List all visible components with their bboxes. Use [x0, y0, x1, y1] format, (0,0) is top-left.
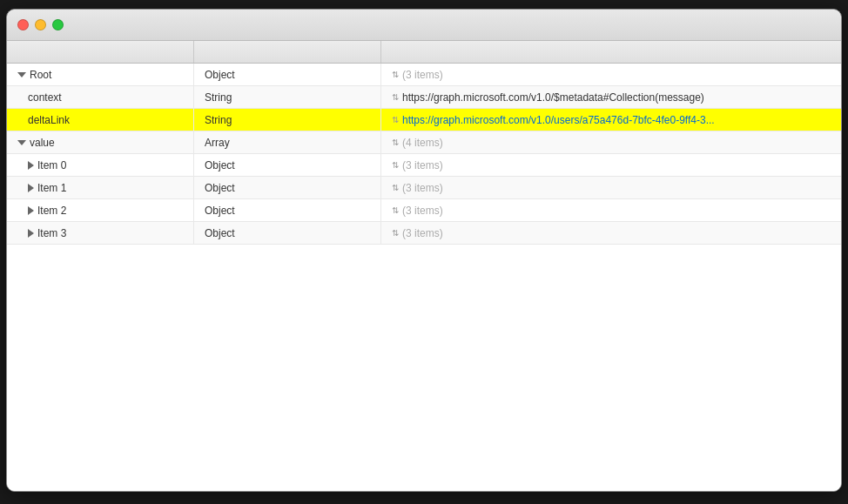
key-cell: Item 1: [7, 177, 194, 198]
value-cell: ⇅(3 items): [381, 199, 841, 221]
minimize-button[interactable]: [35, 19, 46, 30]
expand-icon[interactable]: [28, 184, 34, 192]
value-cell: ⇅(3 items): [381, 222, 841, 244]
key-cell: Root: [7, 64, 194, 85]
key-text: Item 3: [37, 227, 66, 239]
key-text: Root: [30, 69, 51, 81]
type-cell: Object: [194, 222, 381, 244]
key-cell: context: [7, 86, 194, 108]
value-text: https://graph.microsoft.com/v1.0/users/a…: [402, 114, 715, 126]
value-text: (3 items): [402, 69, 443, 81]
maximize-button[interactable]: [52, 19, 64, 30]
type-cell: Array: [194, 131, 381, 153]
table-header: [7, 41, 841, 64]
sort-icon: ⇅: [392, 160, 399, 170]
value-cell: ⇅https://graph.microsoft.com/v1.0/$metad…: [381, 86, 841, 108]
type-cell: Object: [194, 154, 381, 176]
expand-icon[interactable]: [28, 206, 34, 215]
value-text: (3 items): [402, 182, 443, 194]
table-row[interactable]: Item 0Object⇅(3 items): [7, 154, 841, 177]
sort-icon: ⇅: [392, 138, 399, 147]
traffic-lights: [17, 19, 64, 30]
header-type: [194, 41, 381, 63]
collapse-icon[interactable]: [17, 140, 26, 145]
key-text: Item 1: [37, 182, 66, 194]
type-cell: Object: [194, 199, 381, 221]
sort-icon: ⇅: [392, 115, 399, 124]
sort-icon: ⇅: [392, 205, 399, 215]
sort-icon: ⇅: [392, 228, 399, 238]
title-bar: [7, 10, 841, 41]
sort-icon: ⇅: [392, 183, 399, 192]
value-text: (3 items): [402, 227, 443, 239]
value-text: (4 items): [402, 137, 443, 149]
sort-icon: ⇅: [392, 70, 399, 79]
table-row[interactable]: valueArray⇅(4 items): [7, 131, 841, 154]
table-row[interactable]: Item 1Object⇅(3 items): [7, 177, 841, 199]
value-text: (3 items): [402, 205, 443, 217]
table-row[interactable]: Item 2Object⇅(3 items): [7, 199, 841, 222]
type-cell: String: [194, 109, 381, 131]
value-text: https://graph.microsoft.com/v1.0/$metada…: [402, 91, 704, 104]
key-text: Item 2: [37, 205, 66, 217]
sort-icon: ⇅: [392, 92, 399, 102]
key-cell: Item 3: [7, 222, 194, 244]
collapse-icon[interactable]: [17, 72, 26, 77]
expand-icon[interactable]: [28, 229, 34, 238]
value-cell: ⇅(3 items): [381, 64, 841, 85]
type-cell: Object: [194, 64, 381, 85]
key-text: context: [28, 91, 62, 104]
key-cell: Item 0: [7, 154, 194, 176]
value-cell: ⇅(4 items): [381, 131, 841, 153]
expand-icon[interactable]: [28, 161, 34, 170]
type-cell: Object: [194, 177, 381, 198]
value-cell: ⇅(3 items): [381, 154, 841, 176]
content-area: RootObject⇅(3 items)contextString⇅https:…: [7, 41, 841, 491]
header-value: [381, 41, 841, 63]
value-cell: ⇅(3 items): [381, 177, 841, 198]
value-cell: ⇅https://graph.microsoft.com/v1.0/users/…: [381, 109, 841, 131]
key-cell: Item 2: [7, 199, 194, 221]
key-text: deltaLink: [28, 114, 70, 126]
close-button[interactable]: [17, 19, 29, 30]
table-row[interactable]: deltaLinkString⇅https://graph.microsoft.…: [7, 109, 841, 131]
key-cell: value: [7, 131, 194, 153]
type-cell: String: [194, 86, 381, 108]
table-row[interactable]: contextString⇅https://graph.microsoft.co…: [7, 86, 841, 109]
key-cell: deltaLink: [7, 109, 194, 131]
table-row[interactable]: RootObject⇅(3 items): [7, 64, 841, 86]
main-window: RootObject⇅(3 items)contextString⇅https:…: [6, 9, 842, 492]
key-text: Item 0: [37, 159, 66, 171]
table-body: RootObject⇅(3 items)contextString⇅https:…: [7, 64, 841, 491]
value-text: (3 items): [402, 159, 443, 171]
header-key: [7, 41, 194, 63]
table-row[interactable]: Item 3Object⇅(3 items): [7, 222, 841, 245]
key-text: value: [30, 137, 55, 149]
